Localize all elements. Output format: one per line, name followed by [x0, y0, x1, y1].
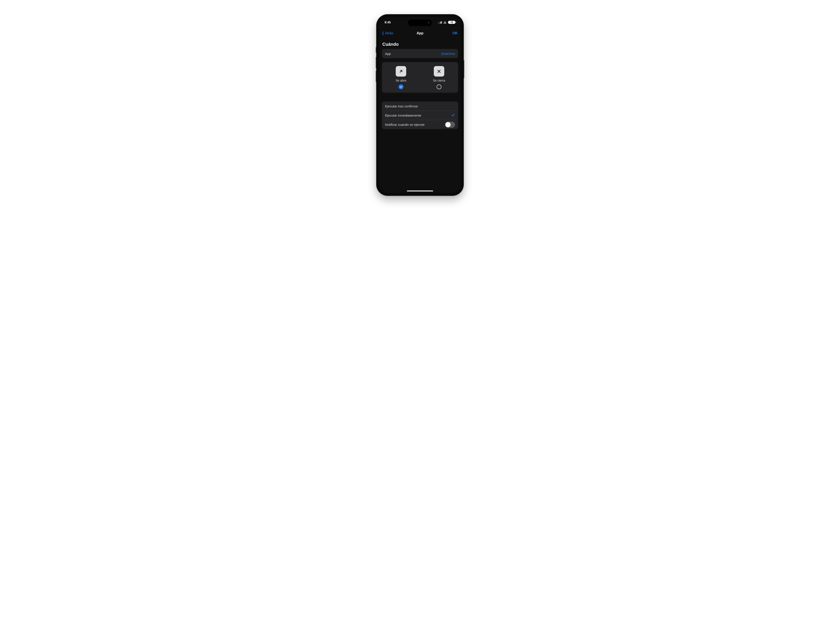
check-icon [451, 113, 455, 118]
run-immediate-label: Ejecutar inmediatamente [385, 114, 421, 117]
nav-bar: Atrás App OK [379, 30, 461, 36]
app-select-row[interactable]: App OneDrive [382, 49, 458, 58]
run-immediately-row[interactable]: Ejecutar inmediatamente [382, 111, 458, 120]
mute-switch [376, 47, 377, 53]
battery-pct: 73 [450, 21, 453, 24]
content: Cuándo App OneDrive [379, 38, 461, 193]
close-icon [434, 66, 444, 77]
power-button [463, 60, 464, 78]
when-closes-label: Se cierra [433, 79, 445, 82]
back-label: Atrás [385, 31, 393, 35]
back-button[interactable]: Atrás [382, 31, 393, 35]
cellular-icon [438, 21, 442, 24]
app-row-value: OneDrive [441, 52, 455, 55]
chevron-left-icon [382, 31, 385, 35]
run-confirm-label: Ejecutar tras confirmar [385, 104, 418, 108]
home-indicator[interactable] [407, 191, 433, 191]
nav-title: App [417, 31, 423, 35]
notify-on-run-row: Notificar cuando se ejecute [382, 120, 458, 129]
vol-up-button [376, 57, 377, 68]
notify-label: Notificar cuando se ejecute [385, 123, 425, 126]
section-title: Cuándo [382, 42, 458, 47]
app-row-label: App [385, 52, 391, 55]
when-opens-label: Se abre [395, 79, 406, 82]
wifi-icon [443, 21, 447, 24]
battery-icon: 73 [448, 21, 455, 24]
radio-selected-icon [399, 84, 403, 89]
run-after-confirm-row[interactable]: Ejecutar tras confirmar [382, 101, 458, 111]
toggle-knob [445, 122, 451, 127]
vol-down-button [376, 71, 377, 82]
notify-toggle[interactable] [445, 122, 455, 128]
app-select-card: App OneDrive [382, 49, 458, 58]
open-icon [396, 66, 406, 77]
status-time: 9:45 [385, 21, 391, 24]
iphone-mockup: 9:45 73 Atrás [376, 14, 464, 196]
radio-unselected-icon [437, 84, 441, 89]
when-card: Se abre Se cierra [382, 62, 458, 93]
when-closes-option[interactable]: Se cierra [424, 66, 454, 89]
run-options-card: Ejecutar tras confirmar Ejecutar inmedia… [382, 101, 458, 129]
status-bar: 9:45 73 [379, 17, 461, 27]
done-button[interactable]: OK [452, 31, 458, 35]
when-opens-option[interactable]: Se abre [386, 66, 416, 89]
